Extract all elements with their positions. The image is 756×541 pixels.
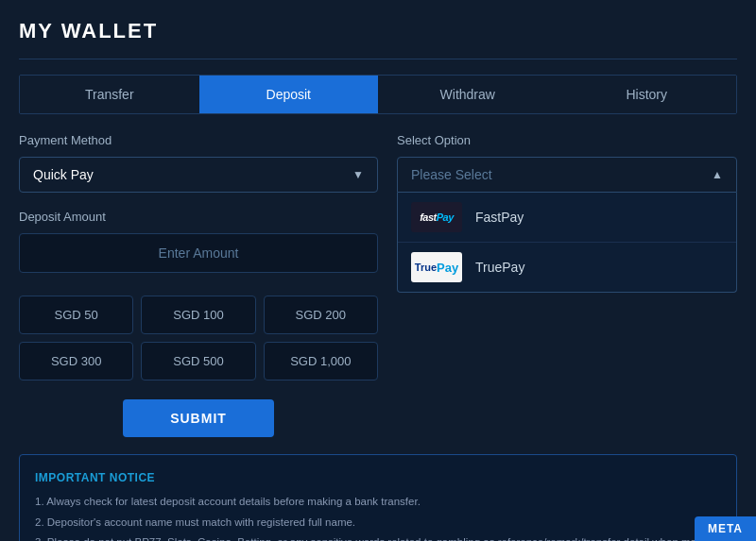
- amount-btn-500[interactable]: SGD 500: [141, 342, 255, 380]
- amount-grid: SGD 50 SGD 100 SGD 200 SGD 300 SGD 500 S…: [19, 296, 378, 380]
- page-title: MY WALLET: [19, 19, 737, 43]
- payment-method-value: Quick Pay: [33, 167, 94, 182]
- notice-box: IMPORTANT NOTICE Always check for latest…: [19, 454, 737, 541]
- amount-btn-50[interactable]: SGD 50: [19, 296, 133, 334]
- truepay-logo: TruePay: [411, 252, 462, 282]
- select-option-label: Select Option: [397, 133, 737, 147]
- tab-history[interactable]: History: [558, 76, 737, 113]
- notice-item-1: Always check for latest deposit account …: [35, 493, 721, 512]
- amount-btn-1000[interactable]: SGD 1,000: [264, 342, 378, 380]
- select-option-dropdown[interactable]: Please Select ▲: [397, 157, 737, 193]
- payment-method-dropdown[interactable]: Quick Pay ▼: [19, 157, 378, 193]
- tab-bar: Transfer Deposit Withdraw History: [19, 75, 737, 114]
- notice-item-2: Depositor's account name must match with…: [35, 514, 721, 533]
- submit-button[interactable]: SUBMIT: [123, 399, 274, 437]
- option-fastpay[interactable]: fastPay FastPay: [398, 193, 736, 243]
- submit-row: SUBMIT: [19, 399, 378, 437]
- tab-transfer[interactable]: Transfer: [20, 76, 199, 113]
- chevron-down-icon: ▼: [352, 168, 364, 181]
- main-content: Payment Method Quick Pay ▼ Deposit Amoun…: [19, 133, 737, 454]
- notice-item-3: Please do not put BP77, Slots, Casino, B…: [35, 533, 721, 541]
- right-panel: Select Option Please Select ▲ fastPay Fa…: [397, 133, 737, 454]
- tab-deposit[interactable]: Deposit: [199, 76, 379, 113]
- truepay-label: TruePay: [475, 260, 524, 275]
- amount-input[interactable]: [19, 233, 378, 273]
- select-placeholder: Please Select: [411, 167, 492, 182]
- fastpay-label: FastPay: [475, 210, 524, 225]
- notice-list: Always check for latest deposit account …: [35, 493, 721, 541]
- left-panel: Payment Method Quick Pay ▼ Deposit Amoun…: [19, 133, 378, 454]
- meta-button[interactable]: META: [695, 516, 756, 541]
- fastpay-logo: fastPay: [411, 202, 462, 232]
- amount-btn-200[interactable]: SGD 200: [264, 296, 378, 334]
- select-option-wrapper: Please Select ▲ fastPay FastPay TruePa: [397, 157, 737, 293]
- amount-btn-100[interactable]: SGD 100: [141, 296, 255, 334]
- deposit-amount-section: Deposit Amount: [19, 210, 378, 282]
- payment-method-label: Payment Method: [19, 133, 378, 147]
- amount-btn-300[interactable]: SGD 300: [19, 342, 133, 380]
- deposit-amount-label: Deposit Amount: [19, 210, 378, 224]
- title-divider: [19, 59, 737, 59]
- chevron-up-icon: ▲: [712, 168, 723, 181]
- option-truepay[interactable]: TruePay TruePay: [398, 243, 736, 292]
- notice-title: IMPORTANT NOTICE: [35, 468, 721, 487]
- select-options-list: fastPay FastPay TruePay TruePay: [397, 193, 737, 293]
- tab-withdraw[interactable]: Withdraw: [378, 76, 558, 113]
